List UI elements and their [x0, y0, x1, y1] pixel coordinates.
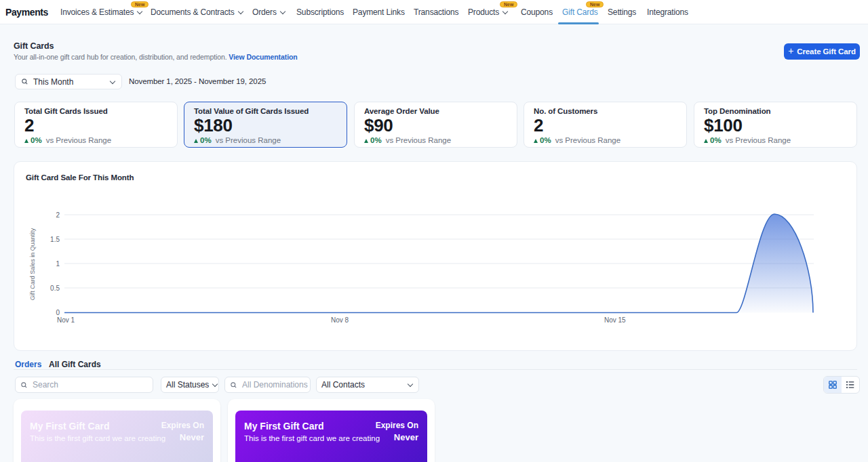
svg-text:Gift Card Sales in Quantity: Gift Card Sales in Quantity [29, 228, 36, 300]
svg-text:1.5: 1.5 [50, 236, 60, 243]
svg-text:Nov 15: Nov 15 [604, 316, 626, 324]
svg-text:Nov 8: Nov 8 [331, 316, 349, 324]
svg-text:0: 0 [56, 309, 60, 316]
svg-text:0.5: 0.5 [50, 285, 60, 292]
svg-text:2: 2 [56, 211, 60, 219]
svg-text:1: 1 [56, 260, 60, 268]
svg-text:Nov 1: Nov 1 [57, 316, 75, 324]
